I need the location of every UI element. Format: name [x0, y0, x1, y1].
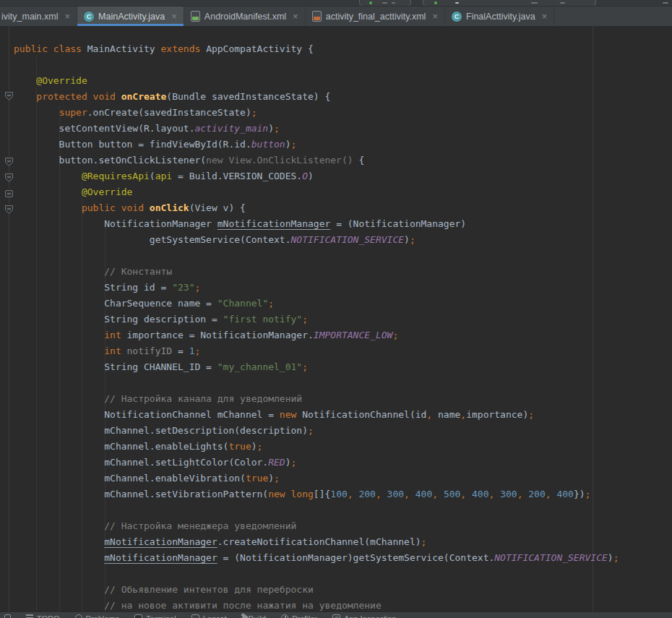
code-token	[121, 346, 127, 356]
fold-marker-icon[interactable]	[5, 188, 13, 197]
code-token: ,	[376, 489, 387, 499]
code-token: ;	[585, 489, 591, 499]
code-token: 300	[387, 489, 404, 499]
close-icon[interactable]: ×	[65, 12, 71, 21]
code-line	[0, 566, 619, 582]
close-icon[interactable]: ×	[171, 12, 177, 21]
tool-window-label: Problems	[86, 614, 119, 618]
tool-window-button-build[interactable]: Build	[242, 612, 266, 618]
code-line: setContentView(R.layout.activity_main);	[0, 121, 619, 137]
toolbar-dash	[560, 2, 565, 4]
run-status-dot	[434, 1, 437, 4]
tab-activity-final-acttivity-xml[interactable]: activity_final_acttivity.xml×	[306, 7, 445, 26]
code-token	[14, 186, 82, 197]
fold-marker-icon[interactable]	[5, 204, 13, 213]
tab-mainactivity-java[interactable]: CMainActivity.java×	[77, 7, 184, 26]
code-token: "my_channel_01"	[217, 361, 302, 372]
code-token: MainActivity	[87, 43, 161, 54]
code-token: "first notify"	[223, 314, 303, 325]
code-token: String description =	[14, 314, 223, 325]
code-token: RED	[268, 457, 285, 468]
code-token: .createNotificationChannel(mChannel)	[217, 536, 421, 547]
code-token	[14, 171, 82, 181]
code-token: name	[432, 409, 460, 420]
code-token: onCreate	[121, 91, 167, 102]
tool-window-label: Logcat	[203, 614, 227, 618]
code-token	[14, 107, 59, 118]
code-token	[14, 520, 104, 531]
code-line: mNotificationManager.createNotificationC…	[0, 534, 619, 550]
code-token: )	[268, 123, 274, 134]
fold-marker-icon[interactable]	[5, 90, 13, 99]
fold-marker-icon[interactable]	[5, 172, 13, 181]
tool-window-button-logcat[interactable]: Logcat	[191, 612, 227, 618]
code-token: protected void	[36, 91, 121, 102]
tool-window-label: Build	[249, 614, 266, 618]
code-token: String CHANNEL_ID =	[14, 361, 217, 372]
code-token: // Настройка менеджера уведомлений	[104, 520, 296, 531]
tool-window-button-problems[interactable]: Problems	[75, 612, 119, 618]
code-line: protected void onCreate(Bundle savedInst…	[0, 89, 619, 105]
code-token: ;	[302, 361, 308, 372]
code-token: mChannel.setLightColor(Color.	[14, 457, 268, 468]
tool-window-button-terminal[interactable]: Terminal	[134, 612, 176, 618]
tab-label: activity_final_acttivity.xml	[326, 12, 426, 22]
tab-ivity-main-xml[interactable]: ivity_main.xml×	[0, 7, 77, 26]
code-token: ;	[308, 425, 314, 436]
code-line: mChannel.enableLights(true);	[0, 439, 619, 455]
code-token: public class	[14, 43, 87, 54]
tool-window-button-profiler[interactable]: Profiler	[281, 612, 317, 618]
code-line: public void onClick(View v) {	[0, 200, 619, 216]
code-token: ;	[392, 330, 398, 340]
code-line: button.setOnClickListener(new View.OnCli…	[0, 153, 619, 168]
code-token: new View.OnClickListener()	[206, 155, 353, 166]
code-token: notifyID	[127, 346, 173, 356]
code-token: button	[251, 139, 285, 150]
code-token: ;	[194, 282, 200, 293]
tab-label: MainActivity.java	[98, 12, 165, 22]
code-line	[0, 375, 619, 391]
code-token: onClick	[150, 202, 189, 213]
code-token: 400	[556, 489, 573, 499]
code-token: AppCompatActivity {	[206, 43, 314, 54]
code-token: 300	[500, 489, 517, 499]
editor-code: public class MainActivity extends AppCom…	[0, 41, 619, 611]
run-config-remnant[interactable]	[423, 0, 596, 7]
code-editor[interactable]: public class MainActivity extends AppCom…	[0, 26, 672, 611]
code-line: NotificationChannel mChannel = new Notif…	[0, 407, 619, 423]
code-line: NotificationManager mNotificationManager…	[0, 216, 619, 232]
tool-window-label: Profiler	[292, 614, 317, 618]
code-token: activity_main	[194, 123, 268, 134]
toolbar-strip	[0, 0, 672, 7]
code-token: ;	[291, 457, 297, 468]
code-token: // Настройка канала для уведомлений	[104, 393, 302, 404]
code-token	[14, 346, 104, 356]
code-token	[14, 584, 104, 595]
todo-icon	[26, 614, 33, 618]
code-line: // Настройка канала для уведомлений	[0, 391, 619, 407]
fold-marker-icon[interactable]	[5, 156, 13, 165]
code-token: new	[280, 409, 296, 420]
tool-window-button-app-inspection[interactable]: App Inspection	[332, 612, 397, 618]
code-line	[0, 502, 619, 518]
tab-androidmanifest-xml[interactable]: AndroidManifest.xml×	[184, 7, 306, 26]
tool-window-button-todo[interactable]: TODO	[26, 612, 60, 618]
code-token: .onCreate(savedInstanceState)	[87, 107, 251, 118]
close-icon[interactable]: ×	[293, 12, 298, 21]
problems-icon	[75, 614, 82, 618]
close-icon[interactable]: ×	[432, 12, 438, 21]
close-icon[interactable]: ×	[542, 12, 548, 21]
code-token: ;	[421, 536, 427, 547]
code-token: ,	[517, 489, 529, 499]
code-token: // Константы	[104, 266, 172, 277]
code-token: )	[608, 552, 613, 563]
manifest-file-icon	[191, 11, 200, 22]
tool-window-corner-button[interactable]	[4, 612, 11, 618]
code-line: String CHANNEL_ID = "my_channel_01";	[0, 359, 619, 375]
code-token: )	[285, 457, 291, 468]
code-line: @Override	[0, 184, 619, 200]
toolbar-dash	[531, 2, 538, 4]
code-line	[0, 248, 619, 264]
code-token: ;	[613, 552, 619, 563]
tab-finalacttivity-java[interactable]: CFinalActtivity.java×	[445, 7, 554, 26]
